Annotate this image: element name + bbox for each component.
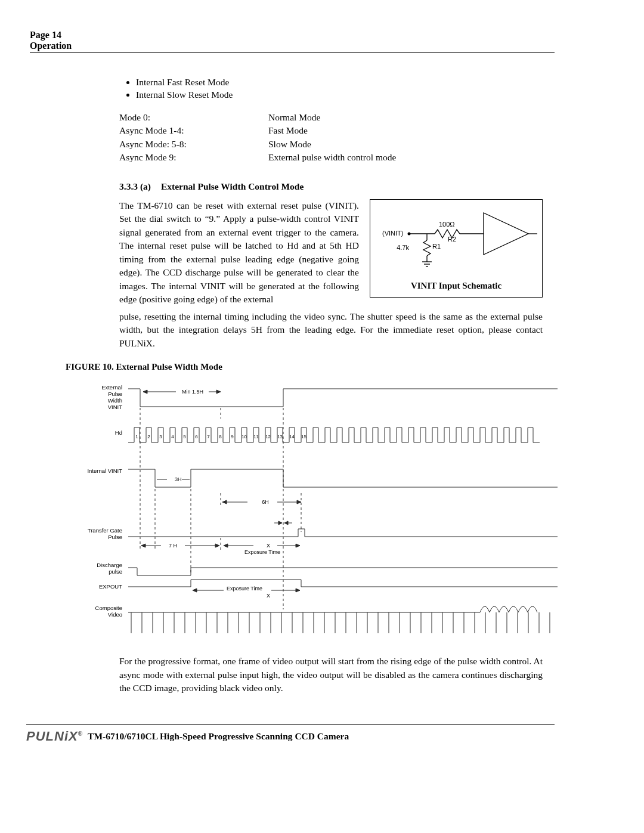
page-footer: PULNiX® TM-6710/6710CL High-Speed Progre… <box>26 724 555 744</box>
svg-marker-56 <box>215 544 219 547</box>
paragraph-continued: pulse, resetting the internal timing inc… <box>119 310 543 350</box>
svg-text:X: X <box>267 543 270 549</box>
svg-text:Exposure Time: Exposure Time <box>244 549 280 555</box>
timing-label-discharge: Discharge pulse <box>63 562 122 575</box>
svg-marker-49 <box>278 521 282 525</box>
subsection-number: 3.3.3 (a) <box>119 181 159 192</box>
section-name: Operation <box>30 41 555 51</box>
schematic-caption: VINIT Input Schematic <box>376 281 536 291</box>
svg-text:5: 5 <box>183 434 186 439</box>
mode-name: Async Mode 1-4: <box>119 124 268 137</box>
timing-label-transfer-gate: Transfer Gate Pulse <box>63 527 122 540</box>
schematic-svg: (VINIT) 100Ω R2 4.7k R1 <box>376 207 537 272</box>
svg-text:13: 13 <box>277 434 283 439</box>
page-header: Page 14 Operation <box>30 30 555 53</box>
registered-mark: ® <box>78 730 83 737</box>
svg-marker-51 <box>284 521 288 525</box>
svg-text:3H: 3H <box>175 476 182 482</box>
mode-desc: Normal Mode <box>268 111 543 124</box>
svg-text:Exposure Time: Exposure Time <box>227 586 262 592</box>
timing-label-composite: Composite Video <box>63 605 122 618</box>
logo-text: PULNiX <box>26 729 78 744</box>
schem-label-vinit: (VINIT) <box>382 230 403 237</box>
mode-name: Async Mode 9: <box>119 151 268 164</box>
vinit-schematic: (VINIT) 100Ω R2 4.7k R1 VINIT Input Sche… <box>370 199 543 298</box>
svg-text:11: 11 <box>253 434 259 439</box>
timing-svg: Min 1.5H 123456789101112131415 3H <box>63 377 584 639</box>
figure-number: FIGURE 10. <box>66 362 114 371</box>
mode-table: Mode 0: Normal Mode Async Mode 1-4: Fast… <box>119 111 543 165</box>
timing-label-int-vinit: Internal VINIT <box>63 467 122 474</box>
svg-marker-58 <box>224 544 228 547</box>
page-content: Internal Fast Reset Mode Internal Slow R… <box>119 77 543 695</box>
subsection-title: External Pulse Width Control Mode <box>161 181 304 191</box>
svg-text:7 H: 7 H <box>169 543 177 549</box>
mode-name: Async Mode: 5-8: <box>119 138 268 151</box>
brand-logo: PULNiX® <box>26 729 83 744</box>
svg-text:Min 1.5H: Min 1.5H <box>182 389 203 395</box>
svg-text:4: 4 <box>171 434 174 439</box>
table-row: Async Mode: 5-8: Slow Mode <box>119 138 543 151</box>
footer-doc-title: TM-6710/6710CL High-Speed Progressive Sc… <box>88 731 349 742</box>
mode-desc: External pulse width control mode <box>268 151 543 164</box>
figure-title: External Pulse Width Mode <box>116 362 222 371</box>
svg-marker-45 <box>297 500 301 504</box>
mode-desc: Slow Mode <box>268 138 543 151</box>
svg-marker-69 <box>296 589 300 592</box>
svg-text:8: 8 <box>219 434 222 439</box>
mode-desc: Fast Mode <box>268 124 543 137</box>
table-row: Async Mode 9: External pulse width contr… <box>119 151 543 164</box>
svg-text:2: 2 <box>147 434 150 439</box>
svg-text:X: X <box>267 593 270 599</box>
subsection-heading: 3.3.3 (a) External Pulse Width Control M… <box>119 181 543 192</box>
reset-mode-list: Internal Fast Reset Mode Internal Slow R… <box>119 77 543 100</box>
svg-text:15: 15 <box>301 434 306 439</box>
svg-text:9: 9 <box>231 434 234 439</box>
bottom-paragraph: For the progressive format, one frame of… <box>119 655 543 695</box>
timing-label-expout: EXPOUT <box>63 583 122 590</box>
page-number: Page 14 <box>30 30 555 41</box>
table-row: Mode 0: Normal Mode <box>119 111 543 124</box>
svg-marker-0 <box>484 213 528 255</box>
paragraph-text: The TM-6710 can be reset with external r… <box>119 199 359 306</box>
svg-text:3: 3 <box>159 434 162 439</box>
svg-text:10: 10 <box>242 434 247 439</box>
schem-label-r2: R2 <box>448 236 456 243</box>
schem-label-47k: 4.7k <box>397 244 409 251</box>
svg-marker-42 <box>222 500 227 504</box>
list-item: Internal Slow Reset Mode <box>136 89 543 100</box>
svg-marker-61 <box>296 544 300 547</box>
svg-text:6H: 6H <box>262 499 269 505</box>
mode-name: Mode 0: <box>119 111 268 124</box>
svg-text:7: 7 <box>207 434 210 439</box>
svg-text:1: 1 <box>135 434 138 439</box>
list-item: Internal Fast Reset Mode <box>136 77 543 88</box>
timing-label-hd: Hd <box>63 429 122 436</box>
schem-label-100ohm: 100Ω <box>439 221 455 228</box>
table-row: Async Mode 1-4: Fast Mode <box>119 124 543 137</box>
figure-caption: FIGURE 10. External Pulse Width Mode <box>66 362 543 372</box>
svg-text:12: 12 <box>265 434 271 439</box>
schem-label-r1: R1 <box>432 243 441 250</box>
svg-marker-53 <box>141 544 145 547</box>
timing-diagram: Min 1.5H 123456789101112131415 3H <box>63 377 584 642</box>
paragraph-with-figure: The TM-6710 can be reset with external r… <box>119 199 543 306</box>
svg-text:14: 14 <box>289 434 295 439</box>
svg-text:6: 6 <box>195 434 198 439</box>
svg-marker-15 <box>216 390 221 394</box>
svg-marker-13 <box>143 390 147 394</box>
timing-label-ext-vinit: External Pulse Width VINIT <box>63 384 122 410</box>
svg-marker-65 <box>193 589 197 592</box>
